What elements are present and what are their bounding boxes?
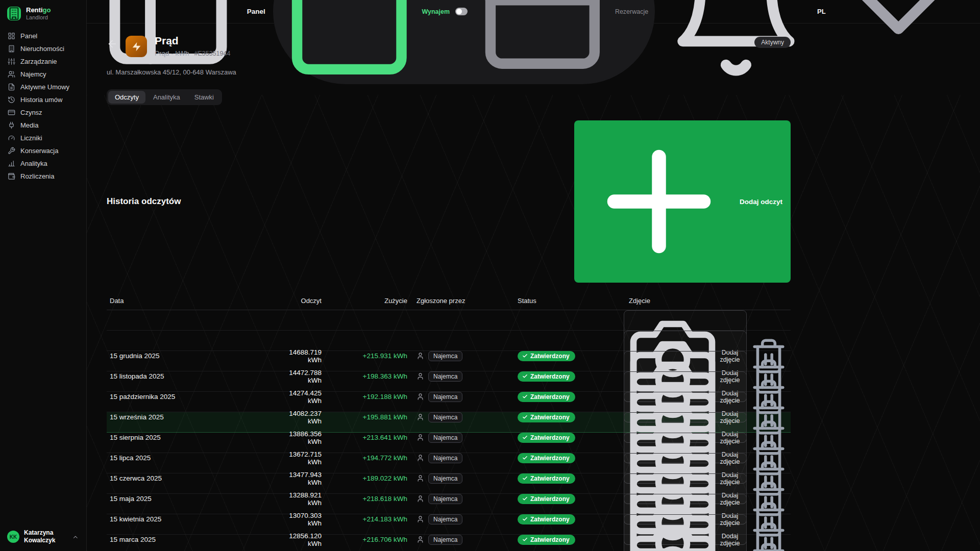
approved-badge: Zatwierdzony (518, 371, 575, 382)
reporter-badge: Najemca (428, 433, 462, 443)
reading-row[interactable]: 15 grudnia 2025 14688.719 kWh +215.931 k… (107, 310, 791, 331)
status-cell: Zatwierdzony (512, 371, 621, 382)
reporter-cell: Najemca (410, 351, 512, 361)
status-cell: Zatwierdzony (512, 473, 621, 484)
sidebar-item-label: Czynsz (20, 109, 42, 116)
reporter-badge: Najemca (428, 535, 462, 545)
sidebar-item-konserwacja[interactable]: Konserwacja (0, 144, 86, 157)
sidebar-item-panel[interactable]: Panel (0, 30, 86, 42)
approved-badge: Zatwierdzony (518, 392, 575, 402)
sidebar-item-label: Liczniki (20, 134, 42, 142)
reading-date: 15 października 2025 (107, 393, 276, 400)
sliders-icon (8, 58, 15, 65)
section-header: Historia odczytów Dodaj odczyt (107, 120, 791, 283)
reading-usage: +218.618 kWh (325, 495, 410, 503)
reporter-badge: Najemca (428, 371, 462, 382)
back-button[interactable] (107, 38, 118, 49)
sidebar-item-aktywne-umowy[interactable]: Aktywne Umowy (0, 81, 86, 93)
delete-reading-button[interactable] (750, 541, 788, 551)
sidebar-item-label: Analityka (20, 160, 47, 167)
table-header-row: Data Odczyt Zużycie Zgłoszone przez Stat… (107, 292, 791, 310)
tab-analityka[interactable]: Analityka (146, 91, 187, 104)
reading-usage: +214.183 kWh (325, 515, 410, 523)
grid-icon (8, 32, 15, 40)
page-header: Prąd Prąd - kWh #E35351944 Aktywny (107, 35, 791, 57)
card-icon (8, 109, 15, 116)
check-icon (522, 414, 528, 420)
wrench-icon (8, 147, 15, 155)
reading-value: 13477.943 kWh (276, 471, 325, 486)
reading-date: 15 listopada 2025 (107, 372, 276, 380)
sidebar-item-label: Aktywne Umowy (20, 83, 69, 91)
sidebar-item-label: Panel (20, 32, 37, 40)
sidebar-item-zarzadzanie[interactable]: Zarządzanie (0, 55, 86, 68)
tab-odczyty[interactable]: Odczyty (108, 91, 145, 104)
check-icon (522, 353, 528, 359)
reporter-cell: Najemca (410, 453, 512, 463)
sidebar-item-label: Konserwacja (20, 147, 58, 155)
col-header-status: Status (512, 297, 621, 305)
page-title: Prąd (155, 35, 230, 47)
trash-icon (750, 541, 788, 551)
main-content: Prąd Prąd - kWh #E35351944 Aktywny ul. M… (87, 23, 980, 551)
col-header-reporter: Zgłoszone przez (410, 297, 512, 305)
reading-value: 13070.303 kWh (276, 512, 325, 527)
status-cell: Zatwierdzony (512, 494, 621, 504)
sidebar-item-historia-umow[interactable]: Historia umów (0, 93, 86, 106)
reading-usage: +198.363 kWh (325, 372, 410, 380)
sidebar-item-media[interactable]: Media (0, 119, 86, 132)
sidebar-nav: PanelNieruchomościZarządzanieNajemcyAkty… (0, 26, 86, 187)
sidebar-item-rozliczenia[interactable]: Rozliczenia (0, 170, 86, 183)
reading-value: 13672.715 kWh (276, 450, 325, 466)
history-icon (8, 96, 15, 104)
reporter-cell: Najemca (410, 535, 512, 545)
wallet-icon (8, 172, 15, 180)
status-cell: Zatwierdzony (512, 453, 621, 463)
approved-badge: Zatwierdzony (518, 412, 575, 422)
reporter-badge: Najemca (428, 453, 462, 463)
user-icon (416, 434, 424, 441)
sidebar-item-label: Nieruchomości (20, 45, 64, 53)
reading-value: 14082.237 kWh (276, 410, 325, 425)
main-column: Panel Wynajem Rezerwacje PL (87, 0, 980, 551)
table-body: 15 grudnia 2025 14688.719 kWh +215.931 k… (107, 310, 791, 535)
reporter-cell: Najemca (410, 514, 512, 524)
tab-bar: Odczyty Analityka Stawki (107, 89, 222, 105)
sidebar-item-liczniki[interactable]: Liczniki (0, 132, 86, 144)
reporter-badge: Najemca (428, 392, 462, 402)
reading-date: 15 czerwca 2025 (107, 474, 276, 482)
reporter-badge: Najemca (428, 412, 462, 422)
approved-badge: Zatwierdzony (518, 514, 575, 524)
sidebar-item-label: Najemcy (20, 70, 46, 78)
approved-badge: Zatwierdzony (518, 453, 575, 463)
add-reading-button[interactable]: Dodaj odczyt (574, 120, 791, 283)
user-icon (416, 536, 424, 543)
approved-badge: Zatwierdzony (518, 535, 575, 545)
delete-cell (750, 541, 791, 551)
sidebar-item-czynsz[interactable]: Czynsz (0, 106, 86, 119)
user-icon (416, 454, 424, 462)
user-icon (416, 352, 424, 360)
check-icon (522, 516, 528, 522)
sidebar-item-label: Zarządzanie (20, 58, 57, 65)
readings-table: Data Odczyt Zużycie Zgłoszone przez Stat… (107, 292, 791, 535)
gauge-icon (8, 134, 15, 142)
file-icon (8, 83, 15, 91)
add-photo-button[interactable]: Dodaj zdjęcie (624, 514, 747, 551)
app-root: Rentigo Landlord PanelNieruchomościZarzą… (0, 0, 980, 551)
user-menu[interactable]: KK Katarzyna Kowalczyk (0, 523, 86, 551)
tab-stawki[interactable]: Stawki (188, 91, 220, 104)
reporter-cell: Najemca (410, 433, 512, 443)
reading-usage: +195.881 kWh (325, 413, 410, 421)
sidebar-item-nieruchomosci[interactable]: Nieruchomości (0, 42, 86, 55)
approved-badge: Zatwierdzony (518, 494, 575, 504)
status-cell: Zatwierdzony (512, 514, 621, 524)
sidebar-item-najemcy[interactable]: Najemcy (0, 68, 86, 81)
reading-value: 14688.719 kWh (276, 348, 325, 364)
reading-row[interactable]: 15 listopada 2025 14472.788 kWh +198.363… (107, 331, 791, 351)
mode-toggle-switch[interactable] (455, 8, 468, 15)
reading-usage: +194.772 kWh (325, 454, 410, 462)
sidebar-item-analityka[interactable]: Analityka (0, 157, 86, 170)
reading-value: 12856.120 kWh (276, 532, 325, 547)
reporter-cell: Najemca (410, 412, 512, 422)
